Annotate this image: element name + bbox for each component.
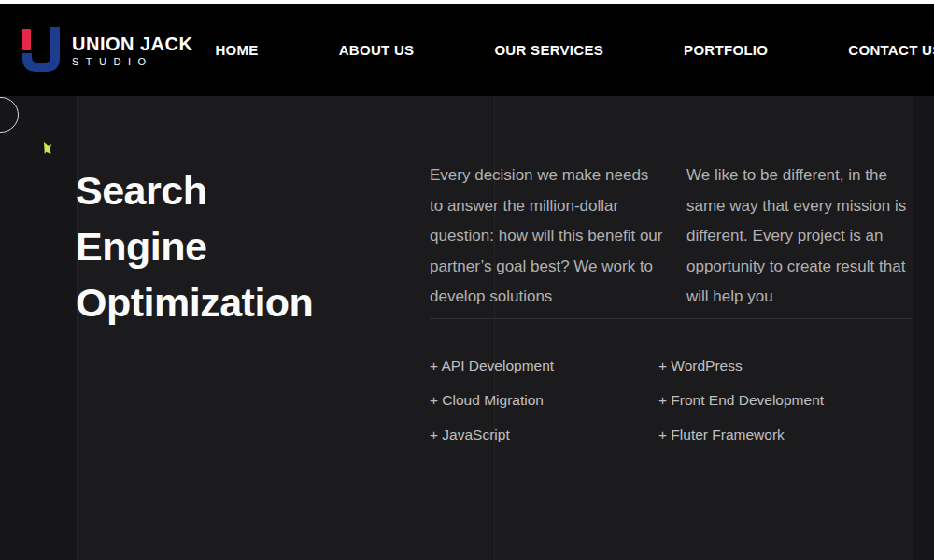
main-nav: HOME ABOUT US OUR SERVICES PORTFOLIO CON… [215,42,934,58]
service-item-javascript[interactable]: + JavaScript [430,427,554,442]
top-white-strip [0,0,934,4]
logo-red-bar [22,29,31,50]
section-divider [430,318,913,319]
nav-item-portfolio[interactable]: PORTFOLIO [684,42,768,58]
brand-subtitle: STUDIO [72,56,192,67]
nav-item-about-us[interactable]: ABOUT US [339,42,415,58]
service-item-front-end-development[interactable]: + Front End Development [658,392,824,408]
service-item-fluter-framework[interactable]: + Fluter Framework [658,427,824,442]
page-title: Search Engine Optimization [76,162,337,330]
logo-u-glyph [22,27,60,74]
service-item-cloud-migration[interactable]: + Cloud Migration [430,392,554,408]
cursor-ring-decoration [0,97,19,133]
brand-name: UNION JACK [72,34,192,54]
service-list-column-2: + WordPress + Front End Development + Fl… [658,357,824,461]
brand-text: UNION JACK STUDIO [72,34,192,67]
service-item-wordpress[interactable]: + WordPress [658,357,824,373]
service-list-column-1: + API Development + Cloud Migration + Ja… [430,357,554,461]
green-cursor-icon [44,142,51,154]
nav-item-contact-us[interactable]: CONTACT US [848,42,934,58]
grid-line-right [913,96,913,560]
nav-item-our-services[interactable]: OUR SERVICES [494,42,603,58]
intro-paragraph-1: Every decision we make needs to answer t… [430,161,665,313]
union-jack-logo-icon [22,27,60,74]
brand-logo[interactable]: UNION JACK STUDIO [22,27,192,74]
service-item-api-development[interactable]: + API Development [430,357,554,373]
site-header: UNION JACK STUDIO HOME ABOUT US OUR SERV… [0,4,934,96]
nav-item-home[interactable]: HOME [215,42,258,58]
intro-paragraph-2: We like to be different, in the same way… [686,161,909,313]
